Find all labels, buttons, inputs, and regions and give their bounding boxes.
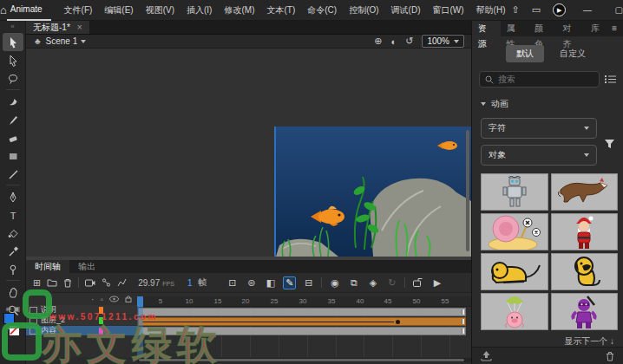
selection-tool[interactable] (3, 33, 23, 51)
clip-content-icon[interactable]: ◐ (391, 36, 397, 47)
minimize-button[interactable]: — (578, 5, 597, 15)
maximize-button[interactable]: ▢ (609, 5, 623, 15)
tab-align[interactable]: 对齐 (557, 21, 586, 36)
menu-control[interactable]: 控制(O) (343, 0, 384, 21)
line-tool[interactable] (3, 165, 23, 183)
document-tab[interactable]: 无标题-1* × (26, 21, 89, 34)
import-asset-icon[interactable] (481, 350, 492, 361)
insert-frame-button[interactable]: ◧ (264, 276, 277, 289)
zoom-level-dropdown[interactable]: 100% (422, 35, 464, 48)
layer-row-2[interactable]: 图层_2 (26, 315, 137, 325)
asset-thumb-ninja[interactable] (551, 293, 619, 330)
menu-edit[interactable]: 编辑(E) (98, 0, 139, 21)
tab-color[interactable]: 颜色 (528, 21, 557, 36)
home-icon[interactable]: ⌂ (0, 3, 7, 16)
scrollbar-thumb[interactable] (139, 359, 464, 361)
filter-funnel-icon[interactable] (604, 139, 615, 149)
text-tool[interactable]: T (3, 205, 23, 224)
new-folder-button[interactable] (47, 278, 57, 287)
menu-file[interactable]: 文件(F) (58, 0, 99, 21)
menu-modify[interactable]: 修改(M) (218, 0, 260, 21)
frame-span-layer3[interactable] (138, 327, 466, 335)
mode-default-button[interactable]: 默认 (506, 45, 544, 62)
rectangle-tool[interactable] (3, 146, 23, 165)
stage-vertical-scrollbar[interactable] (466, 130, 469, 251)
new-layer-button[interactable]: ⊞ (33, 277, 41, 289)
eraser-tool[interactable] (3, 128, 23, 146)
character-filter-dropdown[interactable]: 字符 (481, 118, 597, 139)
visibility-column-icon[interactable] (109, 295, 119, 304)
menu-help[interactable]: 帮助(H) (470, 0, 512, 21)
tab-timeline[interactable]: 时间轴 (26, 260, 69, 273)
share-icon[interactable]: ⇧ (511, 4, 519, 16)
subselection-tool[interactable] (3, 51, 23, 69)
timeline-ruler[interactable]: 5 10 15 20 25 30 35 40 45 50 55 (137, 296, 471, 307)
tools-collapse-icon[interactable]: « (0, 21, 25, 33)
asset-thumb-dog-lying[interactable] (481, 253, 548, 290)
tab-assets[interactable]: 资源 (472, 21, 501, 36)
delete-asset-icon[interactable] (606, 351, 614, 361)
camera-button[interactable] (85, 279, 95, 287)
insert-blank-keyframe-button[interactable]: ⊚ (245, 276, 258, 289)
edit-multiple-frames-button[interactable]: ⧉ (347, 276, 360, 289)
chevron-down-icon[interactable] (81, 40, 86, 43)
asset-thumb-pig-parachute[interactable] (481, 293, 548, 330)
object-filter-dropdown[interactable]: 对象 (481, 145, 597, 166)
layer-outline-color[interactable] (99, 317, 103, 324)
tab-library[interactable]: 库 (585, 21, 606, 36)
tween-span-layer2[interactable] (138, 317, 466, 326)
document-close-icon[interactable]: × (77, 21, 82, 34)
remove-frame-button[interactable]: ⊟ (302, 276, 315, 289)
menu-debug[interactable]: 调试(D) (385, 0, 427, 21)
menu-insert[interactable]: 插入(I) (180, 0, 218, 21)
asset-warp-tool[interactable] (3, 260, 23, 278)
menu-commands[interactable]: 命令(C) (301, 0, 343, 21)
pen-tool[interactable] (3, 187, 23, 205)
asset-search-box[interactable] (479, 71, 600, 88)
panel-menu-icon[interactable]: ≡ (606, 21, 623, 36)
tab-properties[interactable]: 属性 (501, 21, 529, 36)
menu-view[interactable]: 视图(V) (140, 0, 180, 21)
lasso-tool[interactable] (3, 69, 23, 88)
insert-keyframe-button[interactable]: ⊡ (226, 276, 239, 289)
show-parenting-button[interactable] (102, 278, 111, 287)
app-title[interactable]: Animate (7, 0, 51, 21)
layer-row-3-selected[interactable]: 内容 (26, 326, 137, 335)
show-next-link[interactable]: 显示下一个 ↓ (472, 335, 614, 348)
rotate-view-icon[interactable]: ↺ (405, 36, 413, 47)
center-stage-icon[interactable]: ⊕ (374, 36, 382, 47)
asset-thumb-wolf[interactable] (551, 173, 619, 211)
hand-tool[interactable] (3, 283, 23, 301)
asset-thumb-dog-sitting[interactable] (551, 253, 619, 290)
menu-window[interactable]: 窗口(W) (426, 0, 469, 21)
list-view-icon[interactable] (605, 75, 616, 84)
asset-thumb-santa[interactable] (551, 213, 619, 250)
workspace-icon[interactable]: ▭ (532, 4, 541, 16)
create-tween-button[interactable]: ◈ (366, 276, 379, 289)
search-input[interactable] (498, 75, 585, 84)
menu-text[interactable]: 文本(T) (260, 0, 301, 21)
frame-rate[interactable]: 29.97 FPS (138, 278, 174, 288)
outline-column-icon[interactable]: ▫ (100, 295, 103, 304)
eyedropper-tool[interactable] (3, 242, 23, 260)
swap-colors-icon[interactable]: ⇄ ▣ (3, 305, 23, 313)
auto-keyframe-button[interactable]: ✎ (283, 276, 296, 289)
layer-row-1[interactable]: 说明 (26, 305, 137, 315)
timeline-horizontal-scrollbar[interactable] (137, 358, 471, 362)
frame-span-layer1[interactable] (138, 308, 466, 316)
fill-color-swatch[interactable] (3, 313, 15, 324)
paint-bucket-tool[interactable] (3, 224, 23, 242)
scene-name[interactable]: Scene 1 (46, 36, 78, 46)
frame-grid[interactable]: 5 10 15 20 25 30 35 40 45 50 55 (137, 293, 471, 357)
asset-thumb-snail[interactable] (481, 213, 548, 250)
layer-outline-color[interactable] (99, 328, 103, 335)
classic-brush-tool[interactable] (3, 110, 23, 128)
highlight-column-icon[interactable]: · (91, 295, 94, 304)
section-animated[interactable]: 动画 (481, 98, 616, 110)
layer-depth-button[interactable] (117, 278, 127, 287)
loop-button[interactable]: ↻ (385, 276, 398, 289)
stroke-color-swatch[interactable] (10, 326, 19, 335)
delete-layer-button[interactable] (63, 278, 72, 288)
mode-custom-button[interactable]: 自定义 (556, 45, 589, 62)
user-avatar-badge[interactable]: ▶ (553, 3, 566, 16)
